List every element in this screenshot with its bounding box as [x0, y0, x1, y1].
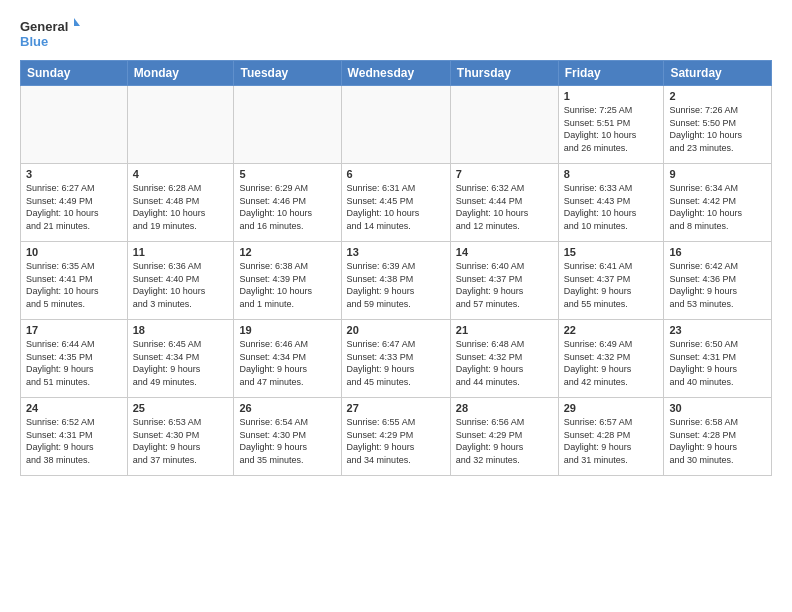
day-number: 12: [239, 246, 335, 258]
calendar-cell: 18Sunrise: 6:45 AM Sunset: 4:34 PM Dayli…: [127, 320, 234, 398]
calendar-header: SundayMondayTuesdayWednesdayThursdayFrid…: [21, 61, 772, 86]
calendar-cell: 3Sunrise: 6:27 AM Sunset: 4:49 PM Daylig…: [21, 164, 128, 242]
logo: General Blue: [20, 16, 80, 52]
calendar-week: 10Sunrise: 6:35 AM Sunset: 4:41 PM Dayli…: [21, 242, 772, 320]
day-info: Sunrise: 6:41 AM Sunset: 4:37 PM Dayligh…: [564, 260, 659, 310]
weekday-header: Saturday: [664, 61, 772, 86]
day-number: 5: [239, 168, 335, 180]
calendar-cell: 22Sunrise: 6:49 AM Sunset: 4:32 PM Dayli…: [558, 320, 664, 398]
calendar-cell: 15Sunrise: 6:41 AM Sunset: 4:37 PM Dayli…: [558, 242, 664, 320]
calendar-cell: [127, 86, 234, 164]
calendar-cell: [234, 86, 341, 164]
header: General Blue: [20, 16, 772, 52]
calendar-cell: [341, 86, 450, 164]
day-info: Sunrise: 6:33 AM Sunset: 4:43 PM Dayligh…: [564, 182, 659, 232]
weekday-header: Tuesday: [234, 61, 341, 86]
day-number: 22: [564, 324, 659, 336]
day-number: 30: [669, 402, 766, 414]
day-info: Sunrise: 6:34 AM Sunset: 4:42 PM Dayligh…: [669, 182, 766, 232]
day-info: Sunrise: 6:46 AM Sunset: 4:34 PM Dayligh…: [239, 338, 335, 388]
day-number: 13: [347, 246, 445, 258]
day-info: Sunrise: 6:40 AM Sunset: 4:37 PM Dayligh…: [456, 260, 553, 310]
calendar-cell: 13Sunrise: 6:39 AM Sunset: 4:38 PM Dayli…: [341, 242, 450, 320]
day-info: Sunrise: 6:55 AM Sunset: 4:29 PM Dayligh…: [347, 416, 445, 466]
day-info: Sunrise: 6:29 AM Sunset: 4:46 PM Dayligh…: [239, 182, 335, 232]
calendar-cell: 29Sunrise: 6:57 AM Sunset: 4:28 PM Dayli…: [558, 398, 664, 476]
day-info: Sunrise: 6:32 AM Sunset: 4:44 PM Dayligh…: [456, 182, 553, 232]
day-number: 16: [669, 246, 766, 258]
day-number: 14: [456, 246, 553, 258]
calendar: SundayMondayTuesdayWednesdayThursdayFrid…: [20, 60, 772, 476]
day-number: 8: [564, 168, 659, 180]
calendar-cell: [450, 86, 558, 164]
day-number: 24: [26, 402, 122, 414]
day-number: 6: [347, 168, 445, 180]
calendar-cell: 21Sunrise: 6:48 AM Sunset: 4:32 PM Dayli…: [450, 320, 558, 398]
day-number: 21: [456, 324, 553, 336]
day-info: Sunrise: 7:25 AM Sunset: 5:51 PM Dayligh…: [564, 104, 659, 154]
day-info: Sunrise: 6:38 AM Sunset: 4:39 PM Dayligh…: [239, 260, 335, 310]
calendar-cell: 16Sunrise: 6:42 AM Sunset: 4:36 PM Dayli…: [664, 242, 772, 320]
day-info: Sunrise: 6:48 AM Sunset: 4:32 PM Dayligh…: [456, 338, 553, 388]
calendar-cell: 20Sunrise: 6:47 AM Sunset: 4:33 PM Dayli…: [341, 320, 450, 398]
svg-text:General: General: [20, 19, 68, 34]
day-info: Sunrise: 6:57 AM Sunset: 4:28 PM Dayligh…: [564, 416, 659, 466]
day-info: Sunrise: 6:56 AM Sunset: 4:29 PM Dayligh…: [456, 416, 553, 466]
calendar-cell: 5Sunrise: 6:29 AM Sunset: 4:46 PM Daylig…: [234, 164, 341, 242]
calendar-cell: 9Sunrise: 6:34 AM Sunset: 4:42 PM Daylig…: [664, 164, 772, 242]
calendar-cell: 1Sunrise: 7:25 AM Sunset: 5:51 PM Daylig…: [558, 86, 664, 164]
logo-svg: General Blue: [20, 16, 80, 52]
calendar-cell: 4Sunrise: 6:28 AM Sunset: 4:48 PM Daylig…: [127, 164, 234, 242]
day-number: 18: [133, 324, 229, 336]
day-info: Sunrise: 6:47 AM Sunset: 4:33 PM Dayligh…: [347, 338, 445, 388]
day-info: Sunrise: 6:44 AM Sunset: 4:35 PM Dayligh…: [26, 338, 122, 388]
calendar-week: 24Sunrise: 6:52 AM Sunset: 4:31 PM Dayli…: [21, 398, 772, 476]
weekday-header: Sunday: [21, 61, 128, 86]
day-number: 1: [564, 90, 659, 102]
day-info: Sunrise: 6:45 AM Sunset: 4:34 PM Dayligh…: [133, 338, 229, 388]
day-info: Sunrise: 6:49 AM Sunset: 4:32 PM Dayligh…: [564, 338, 659, 388]
calendar-cell: 8Sunrise: 6:33 AM Sunset: 4:43 PM Daylig…: [558, 164, 664, 242]
calendar-cell: [21, 86, 128, 164]
day-info: Sunrise: 6:28 AM Sunset: 4:48 PM Dayligh…: [133, 182, 229, 232]
page: General Blue SundayMondayTuesdayWednesda…: [0, 0, 792, 612]
calendar-cell: 2Sunrise: 7:26 AM Sunset: 5:50 PM Daylig…: [664, 86, 772, 164]
day-info: Sunrise: 6:27 AM Sunset: 4:49 PM Dayligh…: [26, 182, 122, 232]
calendar-cell: 11Sunrise: 6:36 AM Sunset: 4:40 PM Dayli…: [127, 242, 234, 320]
calendar-week: 3Sunrise: 6:27 AM Sunset: 4:49 PM Daylig…: [21, 164, 772, 242]
weekday-row: SundayMondayTuesdayWednesdayThursdayFrid…: [21, 61, 772, 86]
day-number: 10: [26, 246, 122, 258]
day-number: 17: [26, 324, 122, 336]
day-number: 29: [564, 402, 659, 414]
calendar-cell: 12Sunrise: 6:38 AM Sunset: 4:39 PM Dayli…: [234, 242, 341, 320]
day-number: 26: [239, 402, 335, 414]
day-number: 23: [669, 324, 766, 336]
day-number: 28: [456, 402, 553, 414]
calendar-cell: 27Sunrise: 6:55 AM Sunset: 4:29 PM Dayli…: [341, 398, 450, 476]
svg-text:Blue: Blue: [20, 34, 48, 49]
weekday-header: Friday: [558, 61, 664, 86]
day-info: Sunrise: 6:39 AM Sunset: 4:38 PM Dayligh…: [347, 260, 445, 310]
calendar-cell: 24Sunrise: 6:52 AM Sunset: 4:31 PM Dayli…: [21, 398, 128, 476]
weekday-header: Monday: [127, 61, 234, 86]
svg-marker-2: [74, 18, 80, 26]
day-info: Sunrise: 7:26 AM Sunset: 5:50 PM Dayligh…: [669, 104, 766, 154]
calendar-cell: 6Sunrise: 6:31 AM Sunset: 4:45 PM Daylig…: [341, 164, 450, 242]
day-info: Sunrise: 6:58 AM Sunset: 4:28 PM Dayligh…: [669, 416, 766, 466]
day-number: 11: [133, 246, 229, 258]
day-number: 4: [133, 168, 229, 180]
day-number: 20: [347, 324, 445, 336]
day-info: Sunrise: 6:50 AM Sunset: 4:31 PM Dayligh…: [669, 338, 766, 388]
day-number: 25: [133, 402, 229, 414]
calendar-cell: 19Sunrise: 6:46 AM Sunset: 4:34 PM Dayli…: [234, 320, 341, 398]
calendar-cell: 26Sunrise: 6:54 AM Sunset: 4:30 PM Dayli…: [234, 398, 341, 476]
calendar-cell: 14Sunrise: 6:40 AM Sunset: 4:37 PM Dayli…: [450, 242, 558, 320]
day-info: Sunrise: 6:52 AM Sunset: 4:31 PM Dayligh…: [26, 416, 122, 466]
calendar-body: 1Sunrise: 7:25 AM Sunset: 5:51 PM Daylig…: [21, 86, 772, 476]
day-number: 9: [669, 168, 766, 180]
day-info: Sunrise: 6:35 AM Sunset: 4:41 PM Dayligh…: [26, 260, 122, 310]
day-number: 2: [669, 90, 766, 102]
day-number: 3: [26, 168, 122, 180]
calendar-cell: 25Sunrise: 6:53 AM Sunset: 4:30 PM Dayli…: [127, 398, 234, 476]
day-number: 7: [456, 168, 553, 180]
